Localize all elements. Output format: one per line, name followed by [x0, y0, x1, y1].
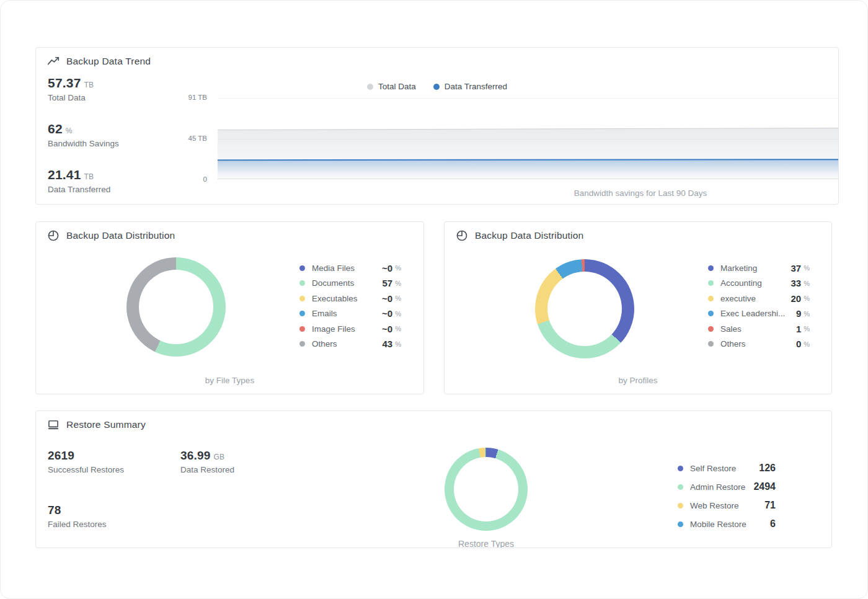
pie-chart-icon: [456, 229, 468, 242]
restore-card-header: Restore Summary: [47, 419, 146, 431]
profiles-donut-chart[interactable]: [535, 259, 634, 358]
legend-label: Others: [720, 339, 796, 348]
legend-dot: [708, 341, 714, 347]
legend-label: Media Files: [312, 264, 382, 273]
trend-card-header: Backup Data Trend: [47, 55, 151, 68]
legend-dot: [708, 280, 714, 286]
legend-dot: [708, 311, 714, 316]
legend-label: Emails: [312, 309, 382, 318]
stat-successful-restores: 2619 Successful Restores: [48, 449, 124, 474]
legend-item-marketing[interactable]: Marketing 37%: [708, 260, 810, 276]
legend-label: Data Transferred: [445, 82, 507, 91]
percent-sign: %: [804, 325, 810, 332]
legend-value: 20: [791, 293, 802, 304]
legend-item-exec-leadership[interactable]: Exec Leadershi... 9%: [708, 306, 810, 322]
percent-sign: %: [804, 340, 810, 348]
stat-label: Total Data: [48, 93, 94, 102]
legend-item-executables[interactable]: Executables ~0%: [299, 291, 401, 306]
legend-value: 37: [791, 263, 802, 273]
legend-dot: [299, 265, 305, 271]
legend-dot: [299, 326, 305, 332]
legend-label: Documents: [312, 278, 383, 288]
donut-caption: by File Types: [36, 376, 423, 385]
legend-dot: [299, 341, 305, 347]
restore-types-donut-chart[interactable]: [445, 448, 528, 531]
file-types-donut-chart[interactable]: [126, 257, 226, 357]
legend-value: 126: [759, 463, 776, 474]
legend-item-media-files[interactable]: Media Files ~0%: [299, 260, 401, 276]
legend-value: ~0: [382, 324, 392, 334]
data-transferred-area: [218, 159, 838, 179]
legend-dot: [433, 84, 440, 90]
stat-value: 36.99: [180, 449, 211, 462]
legend-value: 6: [770, 518, 776, 530]
stat-label: Successful Restores: [48, 465, 124, 474]
legend-item-others[interactable]: Others 43%: [299, 337, 401, 352]
trending-up-icon: [47, 55, 60, 68]
legend-label: Sales: [720, 324, 796, 334]
legend-label: Marketing: [720, 264, 791, 273]
legend-value: ~0: [382, 263, 392, 273]
legend-item-executive[interactable]: executive 20%: [708, 291, 810, 306]
legend-item-sales[interactable]: Sales 1%: [708, 321, 810, 337]
stat-bandwidth-savings: 62% Bandwidth Savings: [48, 122, 119, 148]
percent-sign: %: [804, 295, 810, 302]
legend-value: 9: [796, 308, 801, 319]
legend-item-admin-restore[interactable]: Admin Restore 2494: [678, 477, 776, 496]
y-axis-tick-0: 0: [170, 175, 207, 183]
legend-item-self-restore[interactable]: Self Restore 126: [678, 459, 776, 477]
percent-sign: %: [395, 340, 401, 348]
trend-chart-legend: Total Data Data Transferred: [36, 82, 838, 91]
profiles-card-header: Backup Data Distribution: [456, 229, 583, 242]
legend-label: Total Data: [378, 82, 416, 91]
dashboard-canvas: Backup Data Trend 57.37TB Total Data 62%…: [0, 0, 868, 599]
legend-dot: [678, 484, 683, 490]
legend-item-web-restore[interactable]: Web Restore 71: [678, 496, 776, 515]
stat-label: Failed Restores: [48, 520, 107, 529]
stat-data-transferred: 21.41TB Data Transferred: [48, 167, 110, 194]
donut-caption: by Profiles: [445, 376, 831, 385]
legend-item-mobile-restore[interactable]: Mobile Restore 6: [678, 515, 776, 533]
legend-dot: [708, 265, 714, 271]
card-title: Backup Data Trend: [66, 56, 151, 67]
stat-label: Bandwidth Savings: [48, 139, 119, 148]
stat-value: 62: [48, 122, 63, 136]
legend-value: 71: [764, 500, 776, 511]
legend-label: Image Files: [312, 324, 382, 334]
percent-sign: %: [395, 325, 401, 332]
trend-chart-caption: Bandwidth savings for Last 90 Days: [507, 189, 774, 198]
legend-dot: [299, 311, 305, 316]
legend-dot: [299, 280, 305, 286]
legend-item-total-data[interactable]: Total Data: [367, 82, 416, 91]
stat-label: Data Restored: [180, 465, 234, 474]
file-types-legend: Media Files ~0% Documents 57% Executable…: [299, 260, 401, 352]
stat-unit: GB: [214, 453, 224, 461]
legend-dot: [708, 326, 714, 332]
legend-label: executive: [720, 294, 791, 303]
bandwidth-area-chart[interactable]: [218, 98, 838, 179]
stat-label: Data Transferred: [48, 185, 110, 194]
card-title: Restore Summary: [66, 419, 146, 430]
legend-value: 57: [383, 278, 393, 288]
legend-dot: [708, 296, 714, 301]
card-title: Backup Data Distribution: [475, 230, 583, 241]
percent-sign: %: [804, 310, 810, 317]
legend-value: 43: [383, 339, 393, 349]
percent-sign: %: [804, 264, 810, 272]
legend-item-data-transferred[interactable]: Data Transferred: [433, 82, 507, 91]
legend-dot: [678, 521, 683, 527]
legend-item-accounting[interactable]: Accounting 33%: [708, 276, 810, 291]
restore-summary-card: Restore Summary 2619 Successful Restores…: [35, 410, 832, 548]
legend-label: Accounting: [720, 278, 791, 288]
legend-item-image-files[interactable]: Image Files ~0%: [299, 321, 401, 337]
legend-label: Others: [312, 339, 383, 348]
legend-label: Executables: [312, 294, 382, 303]
legend-value: ~0: [382, 308, 392, 319]
legend-item-others[interactable]: Others 0%: [708, 337, 810, 352]
legend-item-documents[interactable]: Documents 57%: [299, 276, 401, 291]
legend-value: 2494: [753, 481, 776, 492]
stat-data-restored: 36.99GB Data Restored: [180, 449, 234, 474]
data-transferred-line: [218, 159, 838, 160]
legend-item-emails[interactable]: Emails ~0%: [299, 306, 401, 322]
legend-label: Mobile Restore: [690, 520, 770, 529]
